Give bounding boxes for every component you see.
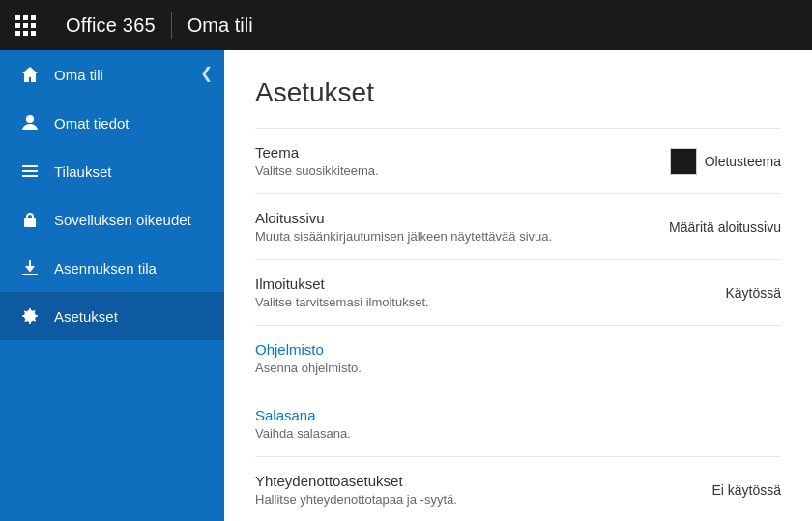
sidebar: ❮ Oma tili Omat tiedot [0, 50, 224, 521]
app-title: Office 365 [50, 14, 171, 37]
settings-label-ilmoitukset: Ilmoitukset [255, 275, 706, 292]
sidebar-item-oma-tili[interactable]: Oma tili [0, 50, 224, 99]
theme-swatch [670, 148, 697, 175]
main-content: Asetukset Teema Valitse suosikkiteema. O… [224, 50, 812, 521]
sidebar-item-sovelluksen-oikeudet[interactable]: Sovelluksen oikeudet [0, 195, 224, 244]
settings-row-teema: Teema Valitse suosikkiteema. Oletusteema [255, 128, 781, 194]
sidebar-label-asennuksen-tila: Asennuksen tila [54, 260, 157, 276]
settings-desc-teema: Valitse suosikkiteema. [255, 163, 651, 178]
person-icon [19, 112, 41, 133]
download-icon [19, 257, 41, 278]
settings-value-ilmoitukset[interactable]: Käytössä [725, 285, 781, 301]
settings-row-salasana: Salasana Vaihda salasana. [255, 391, 781, 457]
theme-value-label: Oletusteema [705, 154, 781, 169]
settings-row-ohjelmisto: Ohjelmisto Asenna ohjelmisto. [255, 326, 781, 391]
sidebar-item-tilaukset[interactable]: Tilaukset [0, 147, 224, 195]
settings-desc-ilmoitukset: Valitse tarvitsemasi ilmoitukset. [255, 295, 706, 309]
sidebar-collapse-button[interactable]: ❮ [200, 66, 213, 81]
layout: ❮ Oma tili Omat tiedot [0, 50, 812, 521]
sidebar-label-asetukset: Asetukset [54, 308, 118, 325]
apps-grid-icon [15, 15, 36, 36]
settings-label-ohjelmisto[interactable]: Ohjelmisto [255, 341, 762, 358]
settings-row-aloitussivu: Aloitussivu Muuta sisäänkirjautumisen jä… [255, 194, 781, 260]
settings-label-yhteydenotto: Yhteydenottoasetukset [255, 473, 692, 489]
sidebar-label-oma-tili: Oma tili [54, 67, 103, 83]
settings-value-yhteydenotto[interactable]: Ei käytössä [711, 482, 781, 498]
settings-desc-aloitussivu: Muuta sisäänkirjautumisen jälkeen näytet… [255, 229, 650, 244]
settings-desc-ohjelmisto: Asenna ohjelmisto. [255, 361, 762, 375]
topbar: Office 365 Oma tili [0, 0, 812, 50]
settings-row-ilmoitukset: Ilmoitukset Valitse tarvitsemasi ilmoitu… [255, 260, 781, 326]
svg-rect-1 [22, 165, 38, 167]
settings-row-yhteydenotto: Yhteydenottoasetukset Hallitse yhteydeno… [255, 457, 781, 521]
svg-rect-4 [24, 218, 36, 227]
svg-rect-6 [22, 274, 38, 275]
svg-point-0 [26, 115, 34, 123]
settings-list: Teema Valitse suosikkiteema. Oletusteema… [255, 128, 781, 521]
settings-label-teema: Teema [255, 144, 651, 160]
lock-icon [19, 209, 41, 230]
settings-label-aloitussivu: Aloitussivu [255, 210, 650, 226]
settings-label-salasana[interactable]: Salasana [255, 407, 762, 423]
sidebar-item-omat-tiedot[interactable]: Omat tiedot [0, 99, 224, 147]
settings-desc-yhteydenotto: Hallitse yhteydenottotapaa ja -syytä. [255, 492, 692, 507]
sidebar-item-asennuksen-tila[interactable]: Asennuksen tila [0, 244, 224, 292]
page-title: Asetukset [255, 77, 781, 108]
settings-value-aloitussivu[interactable]: Määritä aloitussivu [669, 219, 781, 235]
gear-icon [19, 305, 41, 327]
sidebar-item-asetukset[interactable]: Asetukset [0, 292, 224, 340]
apps-button[interactable] [0, 0, 50, 50]
sidebar-label-omat-tiedot: Omat tiedot [54, 115, 130, 131]
svg-rect-3 [22, 175, 38, 177]
home-icon [19, 64, 41, 85]
page-breadcrumb: Oma tili [172, 14, 269, 37]
sidebar-label-sovelluksen-oikeudet: Sovelluksen oikeudet [54, 212, 191, 228]
settings-desc-salasana: Vaihda salasana. [255, 426, 762, 441]
sidebar-label-tilaukset: Tilaukset [54, 163, 111, 180]
settings-value-teema[interactable]: Oletusteema [670, 148, 781, 175]
list-icon [19, 160, 41, 182]
svg-rect-2 [22, 170, 38, 172]
